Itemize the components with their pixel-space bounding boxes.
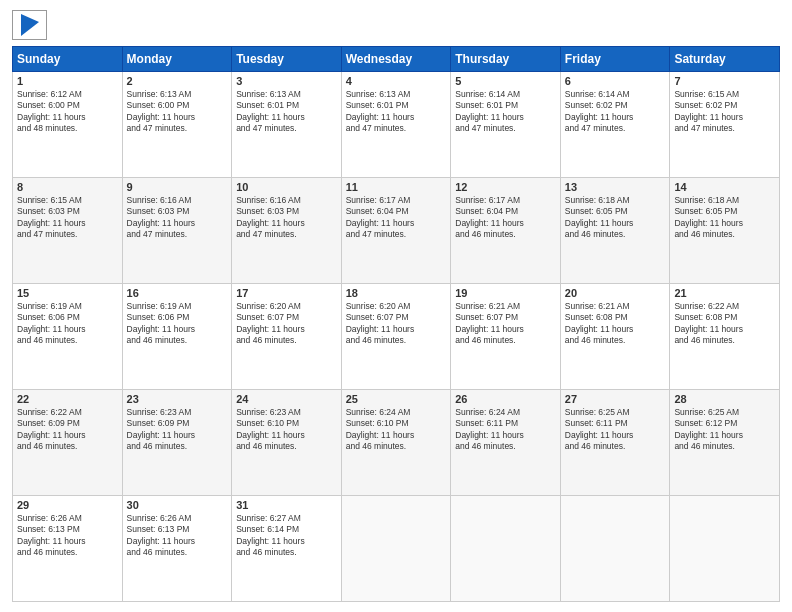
weekday-header-monday: Monday <box>122 47 232 72</box>
day-cell-19: 19Sunrise: 6:21 AM Sunset: 6:07 PM Dayli… <box>451 284 561 390</box>
header <box>12 10 780 40</box>
day-number: 7 <box>674 75 775 87</box>
day-number: 17 <box>236 287 337 299</box>
day-cell-14: 14Sunrise: 6:18 AM Sunset: 6:05 PM Dayli… <box>670 178 780 284</box>
empty-cell <box>341 496 451 602</box>
weekday-header-tuesday: Tuesday <box>232 47 342 72</box>
day-info: Sunrise: 6:17 AM Sunset: 6:04 PM Dayligh… <box>455 195 556 241</box>
day-info: Sunrise: 6:22 AM Sunset: 6:08 PM Dayligh… <box>674 301 775 347</box>
day-number: 25 <box>346 393 447 405</box>
day-cell-31: 31Sunrise: 6:27 AM Sunset: 6:14 PM Dayli… <box>232 496 342 602</box>
svg-marker-0 <box>21 14 39 36</box>
empty-cell <box>560 496 670 602</box>
day-cell-13: 13Sunrise: 6:18 AM Sunset: 6:05 PM Dayli… <box>560 178 670 284</box>
day-number: 18 <box>346 287 447 299</box>
day-info: Sunrise: 6:16 AM Sunset: 6:03 PM Dayligh… <box>127 195 228 241</box>
week-row-5: 29Sunrise: 6:26 AM Sunset: 6:13 PM Dayli… <box>13 496 780 602</box>
day-cell-8: 8Sunrise: 6:15 AM Sunset: 6:03 PM Daylig… <box>13 178 123 284</box>
day-cell-6: 6Sunrise: 6:14 AM Sunset: 6:02 PM Daylig… <box>560 72 670 178</box>
day-info: Sunrise: 6:14 AM Sunset: 6:02 PM Dayligh… <box>565 89 666 135</box>
day-number: 28 <box>674 393 775 405</box>
day-cell-2: 2Sunrise: 6:13 AM Sunset: 6:00 PM Daylig… <box>122 72 232 178</box>
day-cell-10: 10Sunrise: 6:16 AM Sunset: 6:03 PM Dayli… <box>232 178 342 284</box>
day-number: 19 <box>455 287 556 299</box>
day-cell-22: 22Sunrise: 6:22 AM Sunset: 6:09 PM Dayli… <box>13 390 123 496</box>
day-info: Sunrise: 6:20 AM Sunset: 6:07 PM Dayligh… <box>236 301 337 347</box>
day-info: Sunrise: 6:19 AM Sunset: 6:06 PM Dayligh… <box>127 301 228 347</box>
day-info: Sunrise: 6:17 AM Sunset: 6:04 PM Dayligh… <box>346 195 447 241</box>
weekday-header-friday: Friday <box>560 47 670 72</box>
weekday-header-wednesday: Wednesday <box>341 47 451 72</box>
week-row-3: 15Sunrise: 6:19 AM Sunset: 6:06 PM Dayli… <box>13 284 780 390</box>
day-cell-12: 12Sunrise: 6:17 AM Sunset: 6:04 PM Dayli… <box>451 178 561 284</box>
day-number: 27 <box>565 393 666 405</box>
week-row-4: 22Sunrise: 6:22 AM Sunset: 6:09 PM Dayli… <box>13 390 780 496</box>
day-number: 11 <box>346 181 447 193</box>
week-row-2: 8Sunrise: 6:15 AM Sunset: 6:03 PM Daylig… <box>13 178 780 284</box>
day-cell-25: 25Sunrise: 6:24 AM Sunset: 6:10 PM Dayli… <box>341 390 451 496</box>
day-number: 8 <box>17 181 118 193</box>
day-info: Sunrise: 6:15 AM Sunset: 6:02 PM Dayligh… <box>674 89 775 135</box>
day-number: 2 <box>127 75 228 87</box>
day-cell-15: 15Sunrise: 6:19 AM Sunset: 6:06 PM Dayli… <box>13 284 123 390</box>
day-cell-9: 9Sunrise: 6:16 AM Sunset: 6:03 PM Daylig… <box>122 178 232 284</box>
logo-icon-wrap <box>21 14 39 36</box>
day-info: Sunrise: 6:25 AM Sunset: 6:12 PM Dayligh… <box>674 407 775 453</box>
day-cell-11: 11Sunrise: 6:17 AM Sunset: 6:04 PM Dayli… <box>341 178 451 284</box>
day-cell-5: 5Sunrise: 6:14 AM Sunset: 6:01 PM Daylig… <box>451 72 561 178</box>
day-cell-28: 28Sunrise: 6:25 AM Sunset: 6:12 PM Dayli… <box>670 390 780 496</box>
day-info: Sunrise: 6:18 AM Sunset: 6:05 PM Dayligh… <box>565 195 666 241</box>
day-info: Sunrise: 6:15 AM Sunset: 6:03 PM Dayligh… <box>17 195 118 241</box>
day-number: 4 <box>346 75 447 87</box>
day-cell-1: 1Sunrise: 6:12 AM Sunset: 6:00 PM Daylig… <box>13 72 123 178</box>
day-cell-24: 24Sunrise: 6:23 AM Sunset: 6:10 PM Dayli… <box>232 390 342 496</box>
logo <box>12 10 47 40</box>
calendar-table: SundayMondayTuesdayWednesdayThursdayFrid… <box>12 46 780 602</box>
day-cell-26: 26Sunrise: 6:24 AM Sunset: 6:11 PM Dayli… <box>451 390 561 496</box>
day-info: Sunrise: 6:13 AM Sunset: 6:00 PM Dayligh… <box>127 89 228 135</box>
day-cell-7: 7Sunrise: 6:15 AM Sunset: 6:02 PM Daylig… <box>670 72 780 178</box>
day-info: Sunrise: 6:24 AM Sunset: 6:11 PM Dayligh… <box>455 407 556 453</box>
page: SundayMondayTuesdayWednesdayThursdayFrid… <box>0 0 792 612</box>
day-cell-20: 20Sunrise: 6:21 AM Sunset: 6:08 PM Dayli… <box>560 284 670 390</box>
day-cell-4: 4Sunrise: 6:13 AM Sunset: 6:01 PM Daylig… <box>341 72 451 178</box>
day-number: 14 <box>674 181 775 193</box>
day-number: 15 <box>17 287 118 299</box>
day-info: Sunrise: 6:20 AM Sunset: 6:07 PM Dayligh… <box>346 301 447 347</box>
day-info: Sunrise: 6:26 AM Sunset: 6:13 PM Dayligh… <box>17 513 118 559</box>
day-cell-18: 18Sunrise: 6:20 AM Sunset: 6:07 PM Dayli… <box>341 284 451 390</box>
weekday-header-saturday: Saturday <box>670 47 780 72</box>
empty-cell <box>670 496 780 602</box>
day-info: Sunrise: 6:16 AM Sunset: 6:03 PM Dayligh… <box>236 195 337 241</box>
day-info: Sunrise: 6:14 AM Sunset: 6:01 PM Dayligh… <box>455 89 556 135</box>
day-number: 31 <box>236 499 337 511</box>
day-number: 16 <box>127 287 228 299</box>
day-info: Sunrise: 6:13 AM Sunset: 6:01 PM Dayligh… <box>346 89 447 135</box>
day-info: Sunrise: 6:21 AM Sunset: 6:08 PM Dayligh… <box>565 301 666 347</box>
day-number: 20 <box>565 287 666 299</box>
day-number: 10 <box>236 181 337 193</box>
day-info: Sunrise: 6:13 AM Sunset: 6:01 PM Dayligh… <box>236 89 337 135</box>
day-number: 21 <box>674 287 775 299</box>
day-number: 1 <box>17 75 118 87</box>
day-info: Sunrise: 6:18 AM Sunset: 6:05 PM Dayligh… <box>674 195 775 241</box>
day-info: Sunrise: 6:25 AM Sunset: 6:11 PM Dayligh… <box>565 407 666 453</box>
day-cell-16: 16Sunrise: 6:19 AM Sunset: 6:06 PM Dayli… <box>122 284 232 390</box>
day-info: Sunrise: 6:19 AM Sunset: 6:06 PM Dayligh… <box>17 301 118 347</box>
day-info: Sunrise: 6:23 AM Sunset: 6:10 PM Dayligh… <box>236 407 337 453</box>
day-info: Sunrise: 6:23 AM Sunset: 6:09 PM Dayligh… <box>127 407 228 453</box>
day-number: 23 <box>127 393 228 405</box>
weekday-header-sunday: Sunday <box>13 47 123 72</box>
day-number: 12 <box>455 181 556 193</box>
weekday-header-row: SundayMondayTuesdayWednesdayThursdayFrid… <box>13 47 780 72</box>
day-number: 29 <box>17 499 118 511</box>
day-number: 9 <box>127 181 228 193</box>
day-number: 6 <box>565 75 666 87</box>
day-info: Sunrise: 6:26 AM Sunset: 6:13 PM Dayligh… <box>127 513 228 559</box>
day-cell-21: 21Sunrise: 6:22 AM Sunset: 6:08 PM Dayli… <box>670 284 780 390</box>
day-number: 3 <box>236 75 337 87</box>
weekday-header-thursday: Thursday <box>451 47 561 72</box>
day-number: 26 <box>455 393 556 405</box>
day-cell-17: 17Sunrise: 6:20 AM Sunset: 6:07 PM Dayli… <box>232 284 342 390</box>
day-cell-30: 30Sunrise: 6:26 AM Sunset: 6:13 PM Dayli… <box>122 496 232 602</box>
